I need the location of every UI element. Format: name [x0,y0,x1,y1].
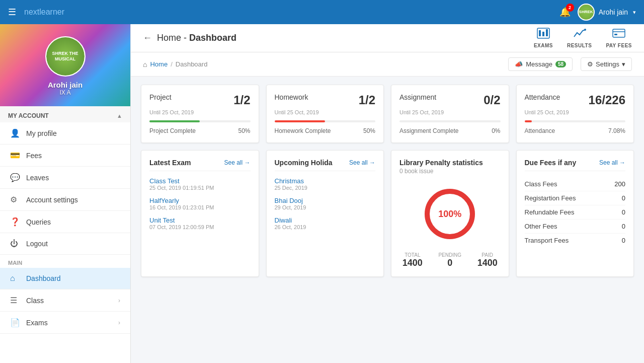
holidays-see-all[interactable]: See all → [349,159,375,166]
card-subtitle: Until 25 Oct, 2019 [149,109,251,115]
top-nav: ☰ nextlearner 🔔 2 SHREK Arohi jain ▾ [0,0,644,24]
sidebar-item-exams[interactable]: 📄 Exams › [0,312,130,334]
holidays-title: Upcoming Holida [275,159,333,167]
penalty-stats: TOTAL 1400 PENDING 0 PAID 1400 [399,252,501,268]
sidebar-item-class[interactable]: ☰ Class › [0,289,130,312]
holiday-date: 25 Dec, 2019 [275,185,376,191]
exam-list-item: Class Test 25 Oct, 2019 01:19:51 PM [149,177,251,191]
sidebar-item-account-settings[interactable]: ⚙ Account settings [0,189,130,211]
message-label: Message [526,60,552,68]
sidebar-item-label: Account settings [26,196,78,204]
sidebar-item-my-profile[interactable]: 👤 My profile [0,122,130,144]
dashboard-icon: ⌂ [10,274,20,283]
settings-label: Settings [596,60,619,68]
fees-row: Transport Fees 0 [525,234,626,247]
my-account-section[interactable]: My account ▲ [0,106,130,122]
profile-icon: 👤 [10,128,20,138]
queries-icon: ❓ [10,217,20,227]
holiday-list-item: Diwali 26 Oct, 2019 [275,216,376,230]
fee-value: 0 [622,208,625,216]
sidebar-item-dashboard[interactable]: ⌂ Dashboard [0,268,130,289]
card-footer: Attendance 7.08% [525,127,626,134]
exams-action-icon [537,28,550,42]
fees-row: Refundable Fees 0 [525,205,626,220]
fee-value: 0 [622,194,625,202]
content-area: ← Home - Dashboard EXAMS RESULTS [131,24,644,363]
notification-bell[interactable]: 🔔 2 [559,7,571,18]
fees-row: Registartion Fees 0 [525,191,626,205]
svg-rect-3 [546,29,548,36]
fee-label: Refundable Fees [525,208,575,216]
card-title: Attendance [525,93,560,101]
sidebar-item-logout[interactable]: ⏻ Logout [0,233,130,255]
exam-name[interactable]: Class Test [149,177,251,185]
message-button[interactable]: 📣 Message 58 [508,57,573,71]
exam-name[interactable]: HalfYearly [149,197,251,204]
sidebar-item-queries[interactable]: ❓ Queries [0,211,130,233]
holiday-name[interactable]: Christmas [275,177,376,185]
library-subtitle: 0 book issue [399,168,433,175]
card-subtitle: Until 25 Oct, 2019 [525,109,626,115]
sidebar: SHREK THE MUSICAL Arohi jain IX A My acc… [0,24,131,363]
exam-name[interactable]: Unit Test [149,216,251,224]
footer-value: 7.08% [608,127,625,134]
fee-label: Transport Fees [525,237,569,244]
my-account-label: My account [8,112,49,119]
progress-bar [399,120,501,122]
holiday-date: 29 Oct, 2019 [275,204,376,210]
holiday-name[interactable]: Bhai Dooj [275,197,376,204]
settings-chevron-icon: ▾ [622,60,625,68]
results-action-icon [573,28,586,42]
breadcrumb-current: Dashboard [176,60,208,68]
settings-button[interactable]: ⚙ Settings ▾ [581,57,632,71]
sidebar-item-fees[interactable]: 💳 Fees [0,144,130,167]
pay-fees-action-label: PAY FEES [606,43,632,48]
logout-icon: ⏻ [10,239,20,248]
fee-label: Other Fees [525,223,557,230]
due-fees-header: Due Fees if any See all → [525,159,626,171]
avatar: SHREK [578,4,595,21]
latest-exam-see-all[interactable]: See all → [224,159,250,166]
pending-value: 0 [438,258,461,268]
avatar-image: SHREK [579,4,594,21]
class-icon: ☰ [10,296,20,305]
due-fees-see-all[interactable]: See all → [599,159,625,166]
sidebar-item-label: Fees [26,152,42,160]
main-layout: SHREK THE MUSICAL Arohi jain IX A My acc… [0,24,644,363]
card-value: 1/2 [359,93,375,107]
card-subtitle: Until 25 Oct, 2019 [275,109,376,115]
card-footer: Project Complete 50% [149,127,251,134]
pending-label: PENDING [438,252,461,258]
holiday-name[interactable]: Diwali [275,216,376,224]
fee-label: Class Fees [525,180,557,188]
footer-value: 50% [363,127,375,134]
message-count: 58 [555,61,566,67]
header-actions: EXAMS RESULTS PAY FEES [534,28,632,48]
card-header: Attendance 16/226 [525,93,626,107]
cards-section: Project 1/2 Until 25 Oct, 2019 Project C… [131,77,644,292]
fee-value: 0 [622,223,625,230]
results-action[interactable]: RESULTS [567,28,592,48]
footer-label: Project Complete [149,127,196,134]
fees-row: Other Fees 0 [525,220,626,234]
card-title: Assignment [399,93,436,101]
holidays-header: Upcoming Holida See all → [275,159,376,171]
hamburger-menu[interactable]: ☰ [8,7,16,18]
back-button[interactable]: ← [143,33,152,43]
paid-label: PAID [477,252,498,258]
sidebar-username: Arohi jain [48,81,83,89]
library-title: Library Penalty statistics [399,159,483,167]
user-menu[interactable]: SHREK Arohi jain ▾ [578,4,636,21]
paid-value: 1400 [477,258,498,268]
footer-label: Homework Complete [275,127,331,134]
exams-action[interactable]: EXAMS [534,28,553,48]
breadcrumb-home-link[interactable]: Home [150,60,168,68]
fees-list: Class Fees 200 Registartion Fees 0 Refun… [525,177,626,247]
footer-value: 0% [492,127,500,134]
progress-bar [525,120,626,122]
total-value: 1400 [403,258,423,268]
breadcrumb: ⌂ Home / Dashboard [143,60,207,68]
sidebar-item-leaves[interactable]: 💬 Leaves [0,167,130,189]
main-section-label: MAIN [0,255,130,268]
pay-fees-action[interactable]: PAY FEES [606,28,632,48]
